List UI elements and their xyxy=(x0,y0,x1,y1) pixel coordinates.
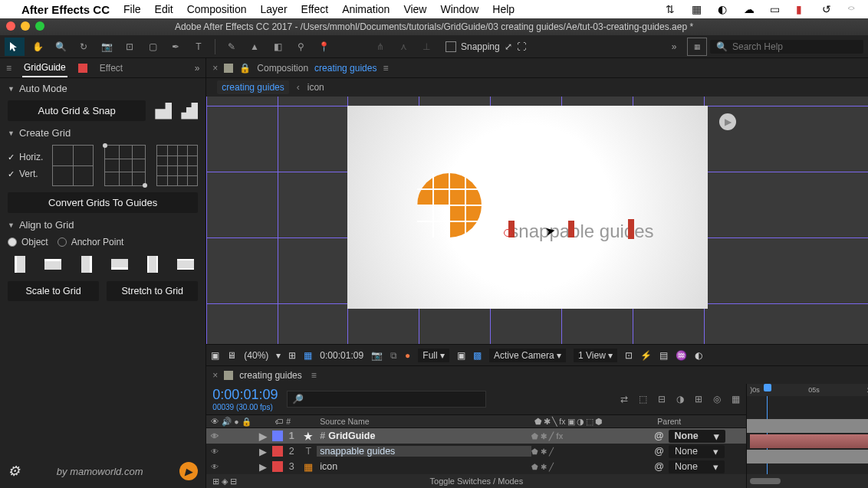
tabs-overflow-icon[interactable]: » xyxy=(195,63,200,74)
align-bottom-icon[interactable] xyxy=(109,254,130,275)
world-axis-icon[interactable]: ⋏ xyxy=(393,38,413,56)
selection-handle-right[interactable] xyxy=(628,219,634,239)
layer-bar-2[interactable] xyxy=(750,434,868,448)
source-name-col[interactable]: Source Name xyxy=(317,417,531,426)
selection-handle-mid[interactable] xyxy=(568,221,574,237)
auto-mode-icon-2[interactable] xyxy=(181,103,198,120)
exposure-icon[interactable]: ◐ xyxy=(695,350,702,361)
type-tool[interactable]: T xyxy=(189,38,209,56)
close-timeline-tab-icon[interactable]: × xyxy=(212,370,218,381)
align-right-icon[interactable] xyxy=(76,254,97,275)
convert-grids-button[interactable]: Convert Grids To Guides xyxy=(8,192,198,213)
zoom-tool[interactable]: 🔍 xyxy=(51,38,71,56)
rectangle-tool[interactable]: ▢ xyxy=(143,38,163,56)
clone-tool[interactable]: ▲ xyxy=(245,38,265,56)
grid-preset-3[interactable] xyxy=(156,145,198,186)
time-navigator[interactable] xyxy=(747,474,868,488)
eraser-tool[interactable]: ◧ xyxy=(268,38,288,56)
menu-window[interactable]: Window xyxy=(440,3,478,15)
maximize-window-button[interactable] xyxy=(35,21,44,31)
composition-name[interactable]: creating guides xyxy=(314,63,376,74)
lock-col-icon[interactable]: 🔒 xyxy=(242,417,252,427)
workspace-icon[interactable]: ▦ xyxy=(687,38,707,56)
draft-3d-icon[interactable]: ⬚ xyxy=(639,394,647,404)
video-toggle[interactable]: 👁 xyxy=(211,447,219,456)
layer-bar-1[interactable] xyxy=(747,419,868,433)
rotobrush-tool[interactable]: ⚲ xyxy=(291,38,311,56)
transparency-icon[interactable]: ▩ xyxy=(473,350,482,361)
object-radio[interactable]: Object xyxy=(8,237,48,247)
menubar-cc-icon[interactable]: ☁ xyxy=(744,3,756,15)
pickwhip-icon[interactable]: @ xyxy=(654,431,663,441)
selection-tool[interactable] xyxy=(5,38,25,56)
solo-col-icon[interactable]: ● xyxy=(234,417,238,427)
video-col-icon[interactable]: 👁 xyxy=(211,417,219,427)
menubar-frame-icon[interactable]: ▦ xyxy=(692,3,704,15)
anchor-radio[interactable]: Anchor Point xyxy=(58,237,124,247)
icon-layer[interactable] xyxy=(417,173,482,237)
composition-viewer[interactable]: ▶ snappable guides ➤ xyxy=(206,97,868,344)
timeline-comp-name[interactable]: creating guides xyxy=(239,370,301,381)
timeline-icon[interactable]: ▤ xyxy=(659,350,668,361)
brush-tool[interactable]: ✎ xyxy=(222,38,242,56)
layer-name[interactable]: snappable guides xyxy=(320,446,395,457)
overflow-icon[interactable]: » xyxy=(664,38,684,56)
menubar-bluetooth-icon[interactable]: ⌔ xyxy=(848,3,860,15)
safe-zones-icon[interactable]: ⊞ xyxy=(288,350,296,361)
help-search[interactable]: 🔍 xyxy=(710,40,863,54)
align-center-v-icon[interactable] xyxy=(175,254,196,275)
breadcrumb-icon[interactable]: icon xyxy=(307,82,324,93)
layer-name[interactable]: icon xyxy=(320,461,337,472)
panel-menu-icon[interactable]: ≡ xyxy=(6,63,12,74)
parent-select[interactable]: None▾ xyxy=(669,460,725,473)
pan-behind-tool[interactable]: ⊡ xyxy=(120,38,140,56)
comp-mini-flowchart-icon[interactable]: ⇄ xyxy=(620,394,628,404)
menu-composition[interactable]: Composition xyxy=(187,3,247,15)
pickwhip-icon[interactable]: @ xyxy=(654,446,664,457)
align-left-icon[interactable] xyxy=(9,254,31,275)
resolution-icon[interactable]: 🖥 xyxy=(227,350,236,361)
section-auto-mode[interactable]: Auto Mode xyxy=(8,83,198,94)
video-toggle[interactable]: 👁 xyxy=(211,432,219,441)
view-axis-icon[interactable]: ⊥ xyxy=(416,38,436,56)
timeline-panel-menu-icon[interactable]: ≡ xyxy=(311,370,317,381)
parent-col[interactable]: Parent xyxy=(654,417,746,426)
section-align[interactable]: Align to Grid xyxy=(8,219,198,231)
frame-blend-icon[interactable]: ⊟ xyxy=(658,394,666,404)
render-queue-icon[interactable]: ▦ xyxy=(732,394,740,404)
brainstorm-icon[interactable]: ◎ xyxy=(713,394,721,404)
toggle-switches-button[interactable]: Toggle Switches / Modes xyxy=(430,477,524,486)
pen-tool[interactable]: ✒ xyxy=(166,38,186,56)
menu-effect[interactable]: Effect xyxy=(301,3,329,15)
twirl-icon[interactable]: ▶ xyxy=(254,446,272,457)
tab-effect[interactable]: Effect xyxy=(98,60,124,77)
layer-row-1[interactable]: 👁 ▶ 1 ★ #GridGuide ⬟✱╱fx @None▾ xyxy=(206,428,746,444)
menubar-loading-icon[interactable]: ◐ xyxy=(718,3,730,15)
auto-mode-icon-1[interactable] xyxy=(155,103,172,120)
twirl-icon[interactable]: ▶ xyxy=(254,431,272,442)
view-select[interactable]: 1 View ▾ xyxy=(574,349,617,362)
parent-select[interactable]: None▾ xyxy=(669,445,725,458)
twirl-icon[interactable]: ▶ xyxy=(254,461,272,473)
color-mgmt-icon[interactable]: ● xyxy=(405,350,410,361)
menubar-sync-icon[interactable]: ⇅ xyxy=(666,3,678,15)
settings-gear-icon[interactable]: ⚙ xyxy=(8,463,20,480)
scale-to-grid-button[interactable]: Scale to Grid xyxy=(8,281,99,301)
app-name[interactable]: After Effects CC xyxy=(21,3,110,16)
align-top-icon[interactable] xyxy=(42,254,64,275)
rotation-tool[interactable]: ↻ xyxy=(74,38,94,56)
snapping-checkbox[interactable] xyxy=(446,41,456,52)
preview-play-icon[interactable]: ▶ xyxy=(719,113,736,130)
show-channel-icon[interactable]: ⧉ xyxy=(390,350,397,361)
breadcrumb-back-icon[interactable]: ‹ xyxy=(297,82,300,93)
flowchart-icon[interactable]: ♒ xyxy=(676,350,687,361)
layer-row-3[interactable]: 👁 ▶ 3 ▦ icon ⬟✱╱ @None▾ xyxy=(206,459,746,474)
tab-gridguide[interactable]: GridGuide xyxy=(22,59,67,77)
close-window-button[interactable] xyxy=(6,21,15,31)
horiz-checkbox[interactable]: Horiz. xyxy=(8,152,43,162)
label-col-icon[interactable]: 🏷 xyxy=(272,417,283,426)
auto-grid-snap-button[interactable]: Auto Grid & Snap xyxy=(8,100,146,121)
motion-blur-icon[interactable]: ◑ xyxy=(676,394,684,404)
timeline-search[interactable]: 🔎 xyxy=(287,391,486,408)
vert-checkbox[interactable]: Vert. xyxy=(8,169,43,179)
